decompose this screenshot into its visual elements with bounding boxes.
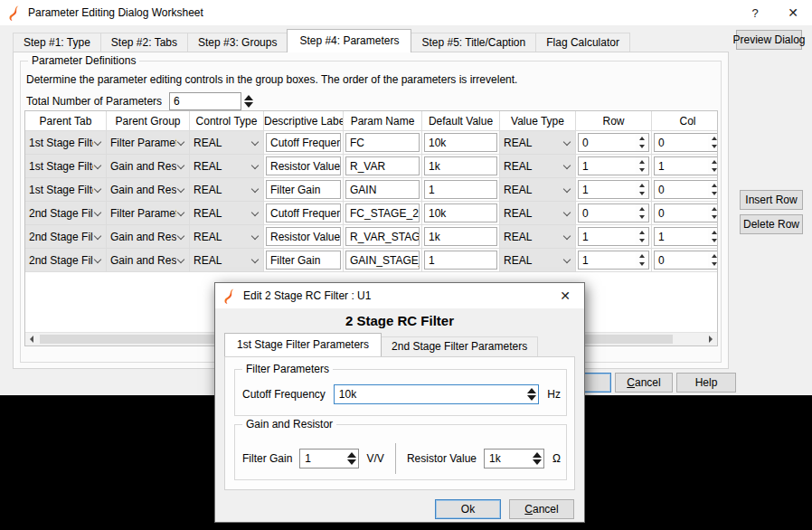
tab-step-3[interactable]: Step #3: Groups <box>187 33 288 52</box>
cell-spinner[interactable] <box>708 181 718 198</box>
control-type-dropdown[interactable]: REAL <box>190 202 263 224</box>
spin-down-icon[interactable] <box>708 143 718 152</box>
default-value-input[interactable]: 1k <box>424 156 497 175</box>
column-header-col[interactable]: Col <box>652 111 718 131</box>
delete-row-button[interactable]: Delete Row <box>740 214 803 234</box>
cell-spinner[interactable] <box>708 251 718 269</box>
spin-up-icon[interactable] <box>708 181 718 190</box>
col-spin-input[interactable]: 1 <box>654 156 718 175</box>
tab-step-2[interactable]: Step #2: Tabs <box>100 33 188 52</box>
cell-spinner[interactable] <box>636 204 648 222</box>
cell-spinner[interactable] <box>708 157 718 175</box>
parent-group-dropdown[interactable]: Gain and Resistor <box>107 225 189 248</box>
tab-step-5[interactable]: Step #5: Title/Caption <box>411 33 536 52</box>
scroll-left-icon[interactable] <box>25 333 38 345</box>
parent-tab-dropdown[interactable]: 1st Stage Filter Parameters <box>25 178 106 201</box>
spin-up-icon[interactable] <box>708 204 718 213</box>
parent-group-dropdown[interactable]: Filter Parameters <box>107 202 189 224</box>
param-name-input[interactable]: GAIN_STAGE_2 <box>345 251 420 270</box>
spin-up-icon[interactable] <box>708 134 718 143</box>
spin-down-icon[interactable] <box>636 166 648 175</box>
value-type-dropdown[interactable]: REAL <box>500 131 575 154</box>
spin-up-icon[interactable] <box>636 204 648 213</box>
parent-group-dropdown[interactable]: Filter Parameters <box>107 131 189 154</box>
dialog-cancel-button[interactable]: Cancel <box>509 499 574 519</box>
param-name-input[interactable]: FC_STAGE_2 <box>345 203 420 222</box>
spin-down-icon[interactable] <box>708 260 718 270</box>
spin-down-icon[interactable] <box>708 237 718 246</box>
parent-tab-dropdown[interactable]: 2nd Stage Filter Parameters <box>25 249 106 271</box>
column-header-default-value[interactable]: Default Value <box>422 111 500 131</box>
filter-gain-input[interactable]: 1 <box>299 449 358 468</box>
cell-spinner[interactable] <box>636 251 648 269</box>
col-spin-input[interactable]: 0 <box>654 203 718 222</box>
dialog-tab-1[interactable]: 1st Stage Filter Parameters <box>224 333 382 356</box>
tab-step-4[interactable]: Step #4: Parameters <box>287 29 411 52</box>
descriptive-label-input[interactable]: Filter Gain <box>266 251 341 270</box>
descriptive-label-input[interactable]: Resistor Value <box>266 156 341 175</box>
parent-group-dropdown[interactable]: Gain and Resistor <box>107 249 189 271</box>
spin-up-icon[interactable] <box>636 251 648 260</box>
parent-group-dropdown[interactable]: Gain and Resistor <box>107 178 189 201</box>
col-spin-input[interactable]: 0 <box>654 180 718 199</box>
column-header-parent-group[interactable]: Parent Group <box>107 111 190 131</box>
spin-up-icon[interactable] <box>708 251 718 260</box>
cancel-button[interactable]: Cancel <box>615 373 673 393</box>
control-type-dropdown[interactable]: REAL <box>190 178 263 201</box>
spin-up-icon[interactable] <box>708 157 718 166</box>
spin-up-icon[interactable] <box>636 134 648 143</box>
tab-step-6[interactable]: Flag Calculator <box>535 33 630 52</box>
value-type-dropdown[interactable]: REAL <box>500 225 575 248</box>
row-spin-input[interactable]: 1 <box>578 180 649 199</box>
descriptive-label-input[interactable]: Cutoff Frequency <box>266 133 341 152</box>
default-value-input[interactable]: 1 <box>424 251 497 270</box>
dialog-ok-button[interactable]: Ok <box>435 499 501 519</box>
spin-down-icon[interactable] <box>708 213 718 222</box>
spin-up-icon[interactable] <box>636 228 648 237</box>
param-name-input[interactable]: FC <box>345 133 420 152</box>
row-spin-input[interactable]: 0 <box>578 203 649 222</box>
col-spin-input[interactable]: 0 <box>654 133 718 152</box>
dialog-tab-2[interactable]: 2nd Stage Filter Parameters <box>381 336 538 356</box>
parent-tab-dropdown[interactable]: 1st Stage Filter Parameters <box>25 131 106 154</box>
spin-up-icon[interactable] <box>708 228 718 237</box>
cell-spinner[interactable] <box>636 157 648 175</box>
col-spin-input[interactable]: 0 <box>654 251 718 270</box>
resistor-value-input[interactable]: 1k <box>484 449 544 468</box>
insert-row-button[interactable]: Insert Row <box>740 190 803 210</box>
cell-spinner[interactable] <box>708 134 718 151</box>
close-window-button[interactable]: ✕ <box>774 0 812 25</box>
parent-tab-dropdown[interactable]: 1st Stage Filter Parameters <box>25 155 106 177</box>
param-name-input[interactable]: GAIN <box>345 180 420 199</box>
tab-step-1[interactable]: Step #1: Type <box>13 33 101 52</box>
parent-tab-dropdown[interactable]: 2nd Stage Filter Parameters <box>25 202 106 224</box>
spin-up-icon[interactable] <box>636 181 648 190</box>
resistor-value-spinner[interactable] <box>533 452 542 465</box>
control-type-dropdown[interactable]: REAL <box>190 225 263 248</box>
cell-spinner[interactable] <box>708 228 718 245</box>
spin-down-icon[interactable] <box>636 143 648 152</box>
param-name-input[interactable]: R_VAR_STAGE_2 <box>345 227 420 246</box>
column-header-control-type[interactable]: Control Type <box>190 111 264 131</box>
column-header-value-type[interactable]: Value Type <box>500 111 576 131</box>
total-parameters-spinner[interactable] <box>244 95 253 108</box>
spin-down-icon[interactable] <box>708 190 718 199</box>
column-header-parent-tab[interactable]: Parent Tab <box>25 111 107 131</box>
help-button[interactable]: Help <box>676 373 736 393</box>
cell-spinner[interactable] <box>708 204 718 222</box>
control-type-dropdown[interactable]: REAL <box>190 249 263 271</box>
descriptive-label-input[interactable]: Resistor Value <box>266 227 341 246</box>
spin-down-icon[interactable] <box>636 190 648 199</box>
descriptive-label-input[interactable]: Cutoff Frequency <box>266 203 341 222</box>
value-type-dropdown[interactable]: REAL <box>500 178 575 201</box>
control-type-dropdown[interactable]: REAL <box>190 155 263 177</box>
control-type-dropdown[interactable]: REAL <box>190 131 263 154</box>
help-titlebar-button[interactable]: ? <box>736 0 774 25</box>
parent-group-dropdown[interactable]: Gain and Resistor <box>107 155 189 177</box>
filter-gain-spinner[interactable] <box>347 452 356 465</box>
preview-dialog-button[interactable]: Preview Dialog <box>736 30 802 50</box>
value-type-dropdown[interactable]: REAL <box>500 155 575 177</box>
cell-spinner[interactable] <box>636 134 648 151</box>
row-spin-input[interactable]: 1 <box>578 251 649 270</box>
default-value-input[interactable]: 10k <box>424 133 497 152</box>
